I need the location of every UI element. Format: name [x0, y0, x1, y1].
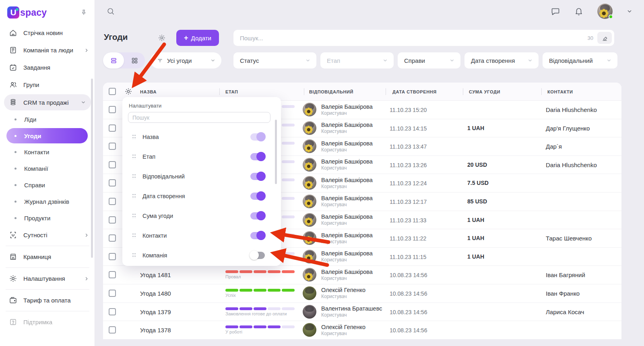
drag-handle-icon[interactable] [132, 154, 136, 160]
sidebar-item-налаштування[interactable]: Налаштування [0, 270, 95, 287]
sidebar-item-crm-та-продажі[interactable]: CRM та продажі [4, 94, 91, 110]
sidebar-item-компанія-та-люди[interactable]: Компанія та люди [0, 41, 95, 59]
toggle-етап[interactable] [250, 153, 265, 160]
toggle-відповідальний[interactable] [250, 173, 265, 180]
row-checkbox[interactable] [109, 124, 116, 132]
filter-select-статус[interactable]: Статус [233, 52, 316, 68]
row-checkbox[interactable] [109, 179, 116, 186]
contact-name[interactable]: Іван Франко [546, 290, 580, 297]
row-checkbox[interactable] [109, 253, 116, 260]
responsible-name: Валентина Браташевс [321, 305, 382, 312]
column-settings-gear-icon[interactable] [124, 87, 132, 95]
deals-settings-gear-icon[interactable] [158, 34, 166, 42]
sidebar-item-тариф-та-оплата[interactable]: Тариф та оплата [0, 292, 95, 309]
contact-name[interactable]: Daria Hlushchenko [546, 162, 597, 168]
toggle-назва[interactable] [250, 133, 265, 141]
responsible-user: Валерія БашкіроваКористувач [303, 121, 373, 135]
sidebar-subitem-справи[interactable]: Справи [0, 177, 95, 193]
responsible-text: Валерія БашкіроваКористувач [321, 269, 373, 281]
contact-name[interactable]: Іван Багряний [546, 271, 585, 278]
sidebar-subitem-угоди[interactable]: Угоди [6, 128, 88, 143]
row-checkbox[interactable] [109, 161, 116, 168]
sidebar-item-label: Завдання [23, 64, 89, 71]
contact-name[interactable]: Тарас Шевченко [546, 235, 592, 242]
sidebar-item-підтримка[interactable]: Підтримка [0, 313, 95, 331]
row-checkbox[interactable] [109, 198, 116, 205]
drag-handle-icon[interactable] [132, 233, 136, 238]
deals-search-input[interactable] [240, 35, 588, 41]
row-checkbox[interactable] [109, 326, 116, 334]
sidebar-divider [6, 289, 89, 290]
sidebar-subitem-компанії[interactable]: Компанії [0, 160, 95, 177]
avatar [303, 121, 316, 135]
row-checkbox[interactable] [109, 216, 116, 224]
sidebar-subitem-журнал дзвінків[interactable]: Журнал дзвінків [0, 193, 95, 210]
toggle-контакти[interactable] [250, 232, 265, 239]
toggle-дата-створення[interactable] [250, 193, 265, 200]
sidebar-subitem-продукти[interactable]: Продукти [0, 210, 95, 226]
chevron-down-icon [210, 58, 216, 63]
list-view-button[interactable] [103, 52, 124, 68]
sidebar-item-сутності[interactable]: Сутності [0, 226, 95, 244]
row-checkbox[interactable] [109, 106, 116, 113]
sidebar-scrollbar[interactable] [91, 79, 93, 258]
drag-handle-icon[interactable] [132, 134, 136, 140]
sidebar-item-завдання[interactable]: Завдання [0, 59, 95, 76]
sidebar-divider [6, 246, 89, 246]
created-date: 11.10.23 13:26 [390, 162, 427, 168]
deal-name: Угода 1480 [140, 290, 171, 297]
row-checkbox[interactable] [109, 290, 116, 297]
add-deal-button[interactable]: + Додати [176, 30, 219, 46]
clear-search-button[interactable] [597, 32, 612, 44]
toggle-сума-угоди[interactable] [250, 212, 265, 220]
row-checkbox[interactable] [109, 234, 116, 242]
filter-select-дата-створення[interactable]: Дата створення [464, 52, 539, 68]
created-date: 10.08.23 14:56 [390, 290, 427, 297]
row-checkbox[interactable] [109, 308, 116, 315]
contact-name[interactable]: Дар`я [546, 143, 562, 150]
notifications-bell-icon[interactable] [574, 6, 584, 16]
responsible-text: Валерія БашкіроваКористувач [321, 232, 373, 244]
toggle-компанія[interactable] [250, 252, 265, 259]
filter-select-справи[interactable]: Справи [398, 52, 460, 68]
pin-sidebar-icon[interactable] [80, 9, 87, 16]
drag-handle-icon[interactable] [132, 193, 136, 199]
select-all-checkbox[interactable] [109, 88, 116, 95]
user-avatar[interactable] [597, 4, 613, 19]
table-row[interactable]: Угода 1378У роботіОлексій ГепенкоКористу… [103, 321, 621, 340]
responsible-role: Користувач [321, 128, 373, 134]
popup-column-item-назва: Назва [122, 127, 281, 147]
contact-name[interactable]: Daria Hlushchenko [546, 106, 597, 113]
contact-name[interactable]: Дар'я Глущенко [546, 125, 590, 132]
uspacy-logo[interactable]: U spacy [7, 6, 47, 19]
sidebar-item-стрічка-новин[interactable]: Стрічка новин [0, 24, 95, 41]
sidebar-subitem-контакти[interactable]: Контакти [0, 144, 95, 160]
deal-amount: 20 USD [467, 162, 487, 168]
sidebar-subitem-ліди[interactable]: Ліди [0, 111, 95, 128]
row-checkbox[interactable] [109, 143, 116, 150]
popup-item-label: Відповідальний [142, 173, 250, 180]
popup-scrollbar[interactable] [275, 120, 277, 184]
profile-chevron-down-icon[interactable] [626, 8, 633, 15]
row-checkbox[interactable] [109, 271, 116, 278]
global-search-icon[interactable] [106, 7, 115, 16]
saved-filter-dropdown[interactable]: Усі угоди [151, 52, 221, 68]
created-date: 11.10.23 13:47 [390, 143, 427, 150]
kanban-view-button[interactable] [124, 52, 145, 68]
table-row[interactable]: Угода 1379Замовлення готове до оплатиВал… [103, 303, 621, 321]
drag-handle-icon[interactable] [132, 213, 136, 219]
chat-icon[interactable] [551, 6, 560, 16]
table-row[interactable]: Угода 1480УспіхОлексій ГепенкоКористувач… [103, 284, 621, 303]
filter-select-етап[interactable]: Етап [320, 52, 394, 68]
drag-handle-icon[interactable] [132, 253, 136, 258]
groups-icon [9, 81, 18, 89]
filter-select-відповідальний[interactable]: Відповідальний [543, 52, 617, 68]
contact-name[interactable]: Лариса Косач [546, 309, 584, 315]
drag-handle-icon[interactable] [132, 174, 136, 179]
popup-item-label: Назва [142, 134, 250, 140]
table-row[interactable]: Угода 1481ПровалВалерія БашкіроваКористу… [103, 266, 621, 284]
sidebar-item-крамниця[interactable]: Крамниця [0, 248, 95, 265]
sidebar-item-групи[interactable]: Групи [0, 76, 95, 93]
popup-search-input[interactable] [128, 112, 270, 123]
deal-name: Угода 1379 [140, 309, 171, 315]
